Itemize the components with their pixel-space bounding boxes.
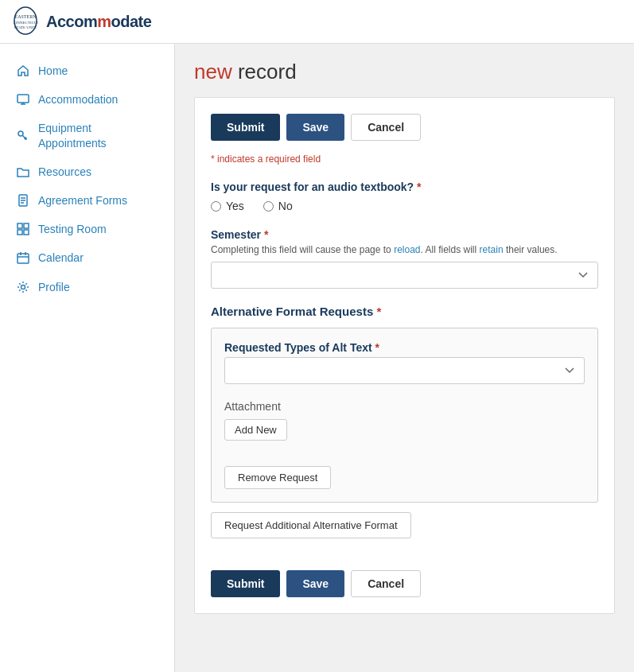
page-title: new record bbox=[194, 60, 615, 84]
svg-rect-11 bbox=[24, 230, 29, 235]
sidebar-item-home-label: Home bbox=[38, 64, 68, 78]
file-icon bbox=[16, 193, 30, 208]
cancel-button-bottom[interactable]: Cancel bbox=[351, 570, 421, 597]
radio-yes-label: Yes bbox=[226, 200, 244, 212]
radio-no-label: No bbox=[278, 200, 293, 212]
audio-textbook-group: Is your request for an audio textbook? *… bbox=[211, 181, 598, 212]
request-additional-button[interactable]: Request Additional Alternative Format bbox=[211, 512, 411, 538]
remove-request-button[interactable]: Remove Request bbox=[224, 466, 331, 489]
alt-format-group: Alternative Format Requests * Requested … bbox=[211, 305, 598, 554]
svg-rect-9 bbox=[24, 223, 29, 228]
sidebar-item-profile[interactable]: Profile bbox=[0, 273, 174, 301]
sidebar-item-testing-room-label: Testing Room bbox=[38, 222, 107, 236]
sidebar-item-home[interactable]: Home bbox=[0, 56, 174, 85]
svg-point-5 bbox=[18, 131, 23, 136]
requested-types-select[interactable] bbox=[224, 357, 585, 384]
semester-group: Semester * Completing this field will ca… bbox=[211, 228, 598, 289]
svg-text:STATE UNIV.: STATE UNIV. bbox=[14, 25, 37, 29]
radio-yes-input[interactable] bbox=[211, 201, 221, 212]
requested-types-label: Requested Types of Alt Text * bbox=[224, 341, 585, 354]
bottom-button-group: Submit Save Cancel bbox=[211, 570, 598, 597]
svg-rect-10 bbox=[18, 230, 22, 235]
alt-format-section-title: Alternative Format Requests * bbox=[211, 305, 598, 318]
semester-hint: Completing this field will cause the pag… bbox=[211, 244, 598, 255]
sidebar-item-agreement-forms[interactable]: Agreement Forms bbox=[0, 186, 174, 215]
main-content: new record Submit Save Cancel * indicate… bbox=[175, 44, 634, 672]
semester-select[interactable] bbox=[211, 262, 598, 289]
app-logo: Accommodate bbox=[46, 13, 151, 31]
radio-yes[interactable]: Yes bbox=[211, 200, 244, 212]
svg-text:CONNECTICUT: CONNECTICUT bbox=[13, 21, 38, 25]
university-logo: EASTERN CONNECTICUT STATE UNIV. bbox=[13, 6, 38, 37]
reload-link[interactable]: reload bbox=[394, 244, 420, 255]
required-note: * indicates a required field bbox=[211, 153, 598, 165]
semester-label: Semester * bbox=[211, 228, 598, 241]
alt-format-box: Requested Types of Alt Text * Attachment… bbox=[211, 328, 598, 503]
monitor-icon bbox=[16, 92, 30, 107]
gear-icon bbox=[16, 280, 30, 294]
remove-request-container: Remove Request bbox=[224, 453, 585, 489]
form-card: Submit Save Cancel * indicates a require… bbox=[194, 97, 615, 614]
tool-icon bbox=[16, 129, 30, 143]
svg-text:EASTERN: EASTERN bbox=[15, 14, 37, 19]
svg-rect-4 bbox=[18, 95, 29, 103]
svg-point-13 bbox=[21, 285, 25, 289]
page-title-highlight: new bbox=[194, 60, 232, 84]
audio-textbook-radio-group: Yes No bbox=[211, 200, 598, 212]
requested-types-required: * bbox=[375, 341, 379, 354]
folder-icon bbox=[16, 165, 30, 179]
sidebar-item-agreement-forms-label: Agreement Forms bbox=[38, 193, 127, 208]
attachment-group: Attachment Add New bbox=[224, 400, 585, 441]
retain-link[interactable]: retain bbox=[480, 244, 504, 255]
audio-textbook-label: Is your request for an audio textbook? * bbox=[211, 181, 598, 193]
svg-rect-8 bbox=[18, 223, 22, 228]
calendar-icon bbox=[16, 251, 30, 265]
sidebar-item-profile-label: Profile bbox=[38, 280, 70, 294]
sidebar-item-resources[interactable]: Resources bbox=[0, 157, 174, 186]
attachment-label: Attachment bbox=[224, 400, 585, 413]
sidebar-item-accommodation-label: Accommodation bbox=[38, 92, 118, 107]
sidebar-item-equipment-label: Equipment Appointments bbox=[38, 121, 158, 150]
home-icon bbox=[16, 64, 30, 78]
university-seal-icon: EASTERN CONNECTICUT STATE UNIV. bbox=[13, 6, 38, 36]
sidebar-item-calendar-label: Calendar bbox=[38, 251, 84, 265]
sidebar-item-accommodation[interactable]: Accommodation bbox=[0, 85, 174, 114]
submit-button-top[interactable]: Submit bbox=[211, 114, 280, 141]
sidebar-item-testing-room[interactable]: Testing Room bbox=[0, 215, 174, 243]
audio-textbook-required: * bbox=[417, 181, 421, 193]
logo-area: EASTERN CONNECTICUT STATE UNIV. Accommod… bbox=[13, 6, 151, 37]
save-button-top[interactable]: Save bbox=[286, 114, 344, 141]
svg-rect-12 bbox=[18, 254, 29, 263]
semester-required: * bbox=[264, 228, 268, 241]
cancel-button-top[interactable]: Cancel bbox=[351, 114, 421, 141]
app-header: EASTERN CONNECTICUT STATE UNIV. Accommod… bbox=[0, 0, 634, 44]
add-new-button[interactable]: Add New bbox=[224, 419, 287, 441]
sidebar-item-calendar[interactable]: Calendar bbox=[0, 243, 174, 272]
save-button-bottom[interactable]: Save bbox=[286, 570, 344, 597]
submit-button-bottom[interactable]: Submit bbox=[211, 570, 280, 597]
sidebar-item-resources-label: Resources bbox=[38, 165, 91, 179]
sidebar: Home Accommodation Equipment Appointment… bbox=[0, 44, 175, 672]
radio-no[interactable]: No bbox=[263, 200, 293, 212]
alt-format-required: * bbox=[376, 305, 381, 318]
grid-icon bbox=[16, 222, 30, 236]
top-button-group: Submit Save Cancel bbox=[211, 114, 598, 141]
requested-types-group: Requested Types of Alt Text * bbox=[224, 341, 585, 384]
radio-no-input[interactable] bbox=[263, 201, 274, 212]
sidebar-item-equipment[interactable]: Equipment Appointments bbox=[0, 114, 174, 157]
